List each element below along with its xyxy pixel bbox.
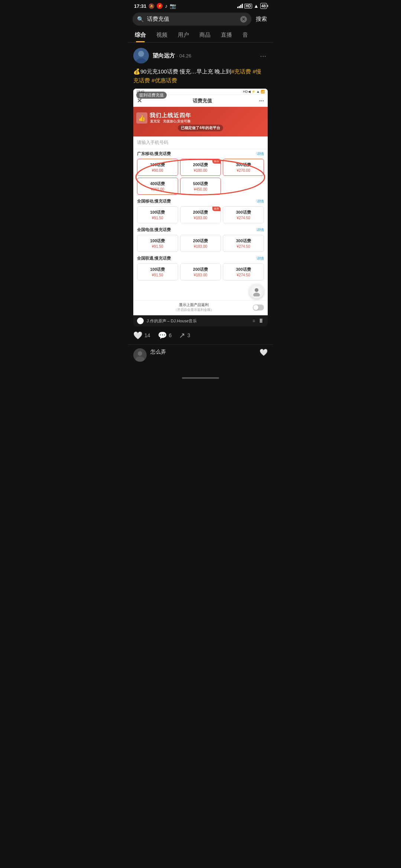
comment-avatar[interactable] [133, 348, 147, 362]
more-button[interactable]: ··· [258, 50, 268, 62]
tab-综合[interactable]: 综合 [130, 28, 151, 42]
share-button[interactable]: ↗ 3 [179, 331, 190, 340]
music-text: J.作的原声 – DJ.House音乐 [147, 318, 250, 324]
tab-直播[interactable]: 直播 [216, 28, 237, 42]
inner-banner-sub: 已稳定做了4年的老平台 [178, 125, 223, 131]
post-author[interactable]: 望向远方 [153, 52, 175, 59]
inner-phone-input: 请输入手机号码 [133, 137, 268, 149]
notification-dot: ⚡ [157, 3, 163, 9]
status-bar: 17:31 🔕 ⚡ ♪ 📷 HD ▲ 48 [128, 0, 273, 10]
avatar[interactable] [133, 48, 149, 63]
comment-heart-icon[interactable]: 🤍 [260, 348, 268, 356]
hashtag1[interactable]: #充话费 #慢 [231, 68, 261, 75]
tab-视频[interactable]: 视频 [151, 28, 173, 42]
section3-grid: 100话费 ¥91.50 200话费 ¥183.00 300话费 ¥274.50 [133, 234, 268, 254]
search-bar-container: 🔍 话费充值 ✕ 搜索 [128, 10, 273, 28]
comment-body: 怎么弄 [150, 348, 256, 355]
battery: 48 [260, 3, 267, 9]
inner-banner: 👍 我们上线近四年 直充宝 充值放心,安全可靠 已稳定做了4年的老平台 [133, 107, 268, 137]
tab-音[interactable]: 音 [237, 28, 253, 42]
section3-header: 全国电信,慢充话费 详情 [133, 225, 268, 234]
section1-header: 广东移动,慢充话费 详情 [133, 149, 268, 158]
wifi-icon: ▲ [254, 3, 259, 9]
signal-icon [237, 4, 243, 8]
camera-icon: 📷 [170, 3, 176, 9]
section2-header: 全国移动,慢充话费 详情 [133, 197, 268, 205]
ai-service-icon[interactable] [249, 284, 264, 299]
post-actions: 🤍 14 💬 6 ↗ 3 [133, 326, 268, 344]
recharge-item[interactable]: 300话费 ¥274.50 [223, 206, 264, 223]
tiktok-music-icon: ♫ [137, 318, 144, 324]
recharge-item[interactable]: 100话费 ¥90.00 [137, 159, 178, 176]
comment-text: 怎么弄 [150, 349, 166, 355]
post-meta: 望向远方 · 04.26 [153, 52, 258, 59]
recharge-item[interactable]: 500话费 ¥450.00 [180, 178, 221, 195]
comment-button[interactable]: 💬 6 [158, 331, 172, 340]
share-count: 3 [187, 332, 190, 338]
like-button[interactable]: 🤍 14 [133, 331, 150, 340]
inner-screenshot: 19:41 HD◀ ⚡ ▲ 📶 ✕ 话费充值 ··· 👍 我们上线近四年 直充宝… [133, 89, 268, 315]
comment-count: 6 [169, 332, 172, 338]
post-card: 望向远方 · 04.26 ··· 💰90元充100话费 慢充…早上充 晚上到#充… [128, 43, 273, 344]
toggle-row: 显示上面产品返利 （开启后会显示返利金额） [133, 300, 268, 315]
tabs-container: 综合 视频 用户 商品 直播 音 [128, 28, 273, 43]
recharge-item[interactable]: 100话费 ¥91.50 [137, 235, 178, 252]
svg-point-5 [255, 288, 258, 292]
post-text-main: 💰90元充100话费 慢充…早上充 晚上到 [133, 68, 231, 75]
section1-grid: 100话费 ¥90.00 推荐 200话费 ¥180.00 300话费 ¥270… [133, 158, 268, 197]
recharge-item[interactable]: 200话费 ¥183.00 [180, 263, 221, 280]
toggle-switch[interactable] [253, 305, 264, 310]
section2-grid: 100话费 ¥91.50 推荐 200话费 ¥183.00 300话费 ¥274… [133, 205, 268, 225]
share-icon: ↗ [179, 331, 185, 340]
post-date: 04.26 [179, 53, 192, 59]
svg-point-8 [138, 351, 142, 356]
recharge-item[interactable]: 100话费 ¥91.50 [137, 263, 178, 280]
recharge-item[interactable]: 300话费 ¥274.50 [223, 235, 264, 252]
inner-more-icon: ··· [259, 98, 264, 104]
topbar-label: 提到话费充值 [136, 92, 167, 99]
section4-grid: 100话费 ¥91.50 200话费 ¥183.00 300话费 ¥274.50 [133, 262, 268, 282]
recharge-item[interactable]: 200话费 ¥183.00 [180, 235, 221, 252]
comment-item: 怎么弄 🤍 [133, 348, 268, 362]
clear-button[interactable]: ✕ [240, 16, 247, 23]
like-count: 14 [144, 332, 150, 338]
pause-button[interactable]: ⏸ [258, 318, 264, 324]
recharge-item[interactable]: 推荐 200话费 ¥180.00 [180, 159, 221, 176]
recharge-item[interactable]: 100话费 ¥91.50 [137, 206, 178, 223]
time: 17:31 [134, 3, 146, 9]
recharge-item[interactable]: 300话费 ¥270.00 [223, 159, 264, 176]
video-bottom-bar: ♫ J.作的原声 – DJ.House音乐 ≡ ⏸ [133, 315, 268, 326]
tiktok-icon: ♪ [165, 3, 167, 9]
search-button[interactable]: 搜索 [254, 14, 268, 24]
heart-icon: 🤍 [133, 331, 143, 340]
hashtag2-label: 充话费 [133, 77, 151, 83]
video-container[interactable]: 提到话费充值 19:41 HD◀ ⚡ ▲ 📶 ✕ 话费充值 ··· 👍 我们上线… [133, 89, 268, 326]
silent-icon: 🔕 [149, 3, 154, 9]
recharge-item[interactable]: 400话费 ¥360.00 [137, 178, 178, 195]
home-indicator [128, 374, 273, 385]
recharge-item[interactable]: 推荐 200话费 ¥183.00 [180, 206, 221, 223]
post-text: 💰90元充100话费 慢充…早上充 晚上到#充话费 #慢 充话费 #优惠话费 [133, 67, 268, 85]
tab-用户[interactable]: 用户 [173, 28, 194, 42]
comment-section: 怎么弄 🤍 [128, 344, 273, 374]
post-header: 望向远方 · 04.26 ··· [133, 48, 268, 63]
search-query-text: 话费充值 [147, 16, 237, 23]
svg-point-1 [138, 51, 144, 57]
post-text2[interactable]: #优惠话费 [151, 77, 177, 83]
hd-icon: HD [244, 4, 252, 9]
section4-header: 全国联通,慢充话费 详情 [133, 254, 268, 262]
home-bar [182, 377, 219, 379]
search-input-wrapper[interactable]: 🔍 话费充值 ✕ [133, 13, 251, 26]
search-icon: 🔍 [137, 16, 144, 23]
recharge-item[interactable]: 300话费 ¥274.50 [223, 263, 264, 280]
comment-icon: 💬 [158, 331, 167, 340]
tab-商品[interactable]: 商品 [194, 28, 216, 42]
